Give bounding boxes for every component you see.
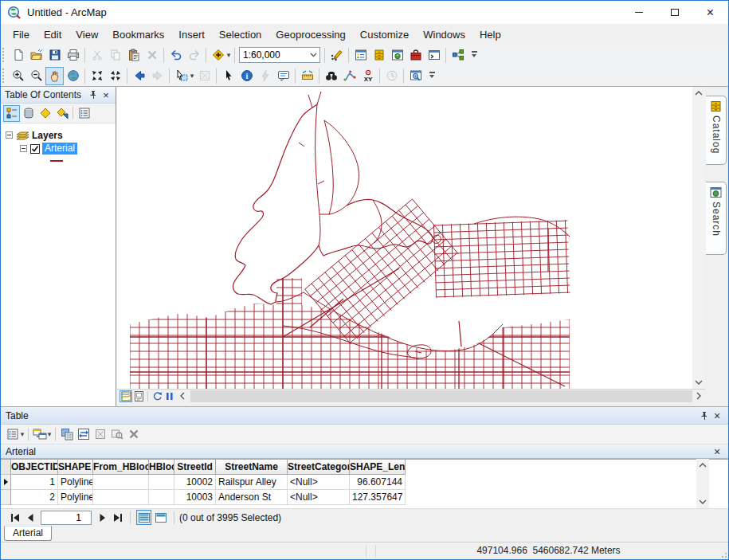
column-header-from-hblock[interactable]: From_HBlock	[93, 460, 149, 475]
table-vertical-scrollbar[interactable]	[696, 459, 709, 508]
layer-visibility-checkbox[interactable]	[30, 144, 40, 154]
related-tables-dropdown[interactable]: ▾	[46, 430, 53, 438]
previous-record-button[interactable]	[22, 511, 37, 525]
resize-grip[interactable]	[720, 551, 727, 558]
paste-button[interactable]	[124, 46, 143, 65]
zoom-to-selected-button[interactable]	[108, 426, 125, 443]
scroll-up-button[interactable]	[696, 459, 709, 472]
catalog-window-button[interactable]	[370, 46, 388, 65]
menu-selection[interactable]: Selection	[212, 25, 268, 44]
column-header-streetid[interactable]: StreetId	[174, 460, 216, 475]
menu-edit[interactable]: Edit	[37, 25, 69, 44]
arctoolbox-window-button[interactable]	[406, 46, 425, 65]
menu-bookmarks[interactable]: Bookmarks	[105, 25, 171, 44]
layers-group-row[interactable]: Layers	[4, 128, 116, 142]
arterial-layer-row[interactable]: Arterial	[4, 142, 116, 155]
list-by-drawing-order-button[interactable]	[3, 105, 20, 122]
cell-streetname[interactable]: Railspur Alley	[216, 475, 288, 490]
arterial-table-tab[interactable]: Arterial	[4, 526, 52, 541]
minimize-button[interactable]	[621, 1, 656, 24]
delete-selected-button[interactable]	[125, 426, 142, 443]
close-button[interactable]: ×	[692, 1, 728, 24]
cell-hblock[interactable]	[149, 475, 174, 490]
go-forward-extent-button[interactable]	[148, 67, 167, 85]
refresh-view-button[interactable]	[151, 390, 163, 402]
go-to-xy-button[interactable]: XY	[359, 67, 377, 85]
collapse-icon[interactable]	[20, 145, 27, 152]
list-by-source-button[interactable]	[20, 105, 37, 122]
pause-drawing-button[interactable]	[163, 390, 176, 402]
cell-streetid[interactable]: 10003	[174, 490, 216, 505]
table-row[interactable]: 1 Polyline Z 10002 Railspur Alley <Null>…	[1, 475, 728, 490]
select-features-button[interactable]	[172, 67, 190, 85]
pan-tool-button[interactable]	[45, 67, 64, 85]
measure-button[interactable]	[298, 67, 316, 85]
search-dock-tab[interactable]: Search	[706, 182, 727, 255]
menu-file[interactable]: File	[6, 25, 37, 44]
cell-shape-length[interactable]: 96.607144	[350, 475, 406, 490]
map-scale-combobox[interactable]	[239, 47, 320, 63]
cell-shape[interactable]: Polyline Z	[58, 490, 93, 505]
toc-options-button[interactable]	[76, 105, 92, 122]
menu-geoprocessing[interactable]: Geoprocessing	[268, 25, 352, 44]
scroll-down-button[interactable]	[692, 376, 705, 389]
editor-toolbar-button[interactable]	[327, 46, 346, 65]
toc-pin-button[interactable]	[87, 88, 100, 101]
switch-selection-button[interactable]	[75, 426, 92, 443]
table-of-contents-window-button[interactable]	[351, 46, 370, 65]
cell-objectid[interactable]: 2	[11, 490, 58, 505]
show-all-records-button[interactable]	[136, 510, 151, 525]
cell-from-hblock[interactable]	[93, 490, 149, 505]
column-header-streetname[interactable]: StreetName	[216, 460, 288, 475]
next-record-button[interactable]	[95, 511, 110, 525]
cell-from-hblock[interactable]	[93, 475, 149, 490]
zoom-out-button[interactable]	[27, 67, 45, 85]
map-canvas[interactable]	[119, 88, 692, 389]
scroll-up-button[interactable]	[692, 87, 705, 100]
show-selected-records-button[interactable]	[153, 510, 168, 525]
clear-selected-features-button[interactable]	[195, 67, 214, 85]
map-horizontal-scrollbar[interactable]	[190, 390, 692, 402]
data-view-button[interactable]	[120, 390, 132, 402]
map-scale-input[interactable]	[240, 49, 307, 61]
redo-button[interactable]	[185, 46, 203, 65]
select-elements-button[interactable]	[219, 67, 237, 85]
cell-streetcategory[interactable]: <Null>	[288, 490, 350, 505]
arterial-line-symbol[interactable]	[50, 160, 63, 162]
menu-windows[interactable]: Windows	[416, 25, 472, 44]
row-selector[interactable]	[1, 490, 11, 505]
clear-selection-button[interactable]	[92, 426, 108, 443]
full-extent-button[interactable]	[64, 67, 82, 85]
list-by-visibility-button[interactable]	[37, 105, 53, 122]
list-by-selection-button[interactable]	[53, 105, 70, 122]
cell-objectid[interactable]: 1	[11, 475, 58, 490]
column-header-objectid[interactable]: OBJECTID *	[11, 460, 58, 475]
table-layer-close-button[interactable]: ×	[711, 445, 723, 458]
column-header-shape-length[interactable]: SHAPE_Length	[350, 460, 406, 475]
map-vertical-scrollbar[interactable]	[692, 87, 705, 389]
scroll-down-button[interactable]	[696, 495, 709, 508]
table-row[interactable]: 2 Polyline Z 10003 Anderson St <Null> 12…	[1, 490, 728, 505]
save-button[interactable]	[45, 46, 64, 65]
cell-streetcategory[interactable]: <Null>	[288, 475, 350, 490]
table-options-dropdown[interactable]: ▾	[19, 430, 25, 438]
column-header-streetcategory[interactable]: StreetCategory	[288, 460, 350, 475]
copy-button[interactable]	[106, 46, 124, 65]
current-record-box[interactable]	[41, 511, 92, 525]
print-button[interactable]	[64, 46, 82, 65]
toc-close-button[interactable]: ×	[100, 88, 112, 101]
menu-insert[interactable]: Insert	[171, 25, 212, 44]
find-route-button[interactable]	[340, 67, 359, 85]
modelbuilder-window-button[interactable]	[449, 46, 467, 65]
create-viewer-window-button[interactable]	[406, 67, 425, 85]
identify-button[interactable]: i	[237, 67, 256, 85]
last-record-button[interactable]	[110, 511, 125, 525]
time-slider-button[interactable]	[382, 67, 401, 85]
cell-streetname[interactable]: Anderson St	[216, 490, 288, 505]
column-header-shape[interactable]: SHAPE *	[58, 460, 93, 475]
table-close-button[interactable]: ×	[711, 409, 723, 422]
menu-view[interactable]: View	[69, 25, 105, 44]
toolbar-overflow-button[interactable]	[468, 46, 480, 64]
cell-shape[interactable]: Polyline Z	[58, 475, 93, 490]
new-document-button[interactable]	[9, 46, 27, 65]
